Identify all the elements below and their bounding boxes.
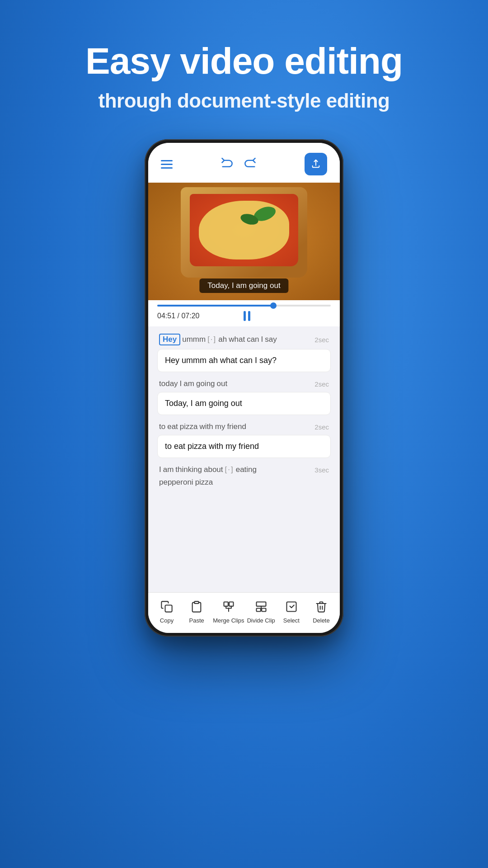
word-row-4b: pepperoni pizza — [157, 478, 331, 487]
word-row-2: today I am going out 2sec — [157, 379, 331, 388]
current-time: 04:51 / 07:20 — [157, 312, 199, 320]
top-bar — [148, 143, 340, 183]
undo-button[interactable] — [221, 158, 233, 170]
transcript-block-1: Hey ummm [·] ah what can I say 2sec Hey … — [157, 334, 331, 372]
top-bar-center — [221, 158, 257, 170]
time-badge-1: 2sec — [314, 336, 329, 344]
text-box-2[interactable]: Today, I am going out — [157, 392, 331, 415]
time-badge-3: 2sec — [314, 423, 329, 431]
merge-icon — [221, 599, 236, 614]
phone-frame: Today, I am going out 04:51 / 07:20 — [145, 139, 343, 637]
phone-screen: Today, I am going out 04:51 / 07:20 — [148, 143, 340, 633]
delete-tool[interactable]: Delete — [308, 599, 335, 624]
play-pause-button[interactable] — [244, 311, 250, 321]
select-label: Select — [283, 617, 300, 624]
progress-area: 04:51 / 07:20 — [148, 300, 340, 326]
menu-button[interactable] — [161, 160, 173, 169]
divide-label: Divide Clip — [247, 617, 275, 624]
text-box-3[interactable]: to eat pizza with my friend — [157, 435, 331, 458]
paste-label: Paste — [189, 617, 204, 624]
time-badge-4: 3sec — [314, 466, 329, 474]
highlighted-word: Hey — [159, 334, 180, 345]
pause-icon — [244, 311, 250, 321]
merge-label: Merge Clips — [213, 617, 244, 624]
divide-icon — [253, 599, 269, 614]
word-row-3: to eat pizza with my friend 2sec — [157, 422, 331, 431]
paste-icon — [189, 599, 204, 614]
phone-mockup: Today, I am going out 04:51 / 07:20 — [0, 139, 488, 637]
time-badge-2: 2sec — [314, 380, 329, 388]
word-row-1: Hey ummm [·] ah what can I say 2sec — [157, 334, 331, 345]
transcript-block-4: I am thinking about [·] eating 3sec pepp… — [157, 465, 331, 487]
delete-icon — [314, 599, 329, 614]
video-player[interactable]: Today, I am going out — [148, 183, 340, 300]
redo-button[interactable] — [244, 158, 257, 170]
share-button[interactable] — [305, 153, 327, 175]
word-row-4: I am thinking about [·] eating 3sec — [157, 465, 331, 474]
transcript-area: Hey ummm [·] ah what can I say 2sec Hey … — [148, 326, 340, 592]
svg-rect-6 — [256, 602, 266, 606]
progress-time: 04:51 / 07:20 — [157, 311, 331, 321]
copy-label: Copy — [160, 617, 174, 624]
progress-bar-fill — [157, 305, 273, 307]
svg-rect-4 — [229, 602, 233, 606]
svg-rect-3 — [224, 602, 228, 606]
select-icon — [284, 599, 299, 614]
svg-rect-9 — [262, 609, 266, 612]
copy-icon — [159, 599, 174, 614]
progress-bar-track[interactable] — [157, 305, 331, 307]
text-box-1[interactable]: Hey ummm ah what can I say? — [157, 349, 331, 372]
paste-tool[interactable]: Paste — [183, 599, 210, 624]
merge-tool[interactable]: Merge Clips — [213, 599, 244, 624]
hero-title: Easy video editing — [0, 41, 488, 81]
progress-dot — [270, 302, 277, 309]
svg-rect-1 — [165, 605, 172, 612]
svg-rect-2 — [194, 602, 198, 604]
divide-tool[interactable]: Divide Clip — [247, 599, 275, 624]
delete-label: Delete — [313, 617, 330, 624]
hero-section: Easy video editing through document-styl… — [0, 0, 488, 112]
copy-tool[interactable]: Copy — [153, 599, 180, 624]
transcript-block-2: today I am going out 2sec Today, I am go… — [157, 379, 331, 415]
video-subtitle: Today, I am going out — [199, 278, 288, 293]
hero-subtitle: through document-style editing — [0, 90, 488, 112]
svg-rect-10 — [286, 602, 296, 612]
transcript-block-3: to eat pizza with my friend 2sec to eat … — [157, 422, 331, 458]
select-tool[interactable]: Select — [278, 599, 305, 624]
svg-rect-8 — [256, 609, 260, 612]
bottom-toolbar: Copy Paste — [148, 592, 340, 633]
